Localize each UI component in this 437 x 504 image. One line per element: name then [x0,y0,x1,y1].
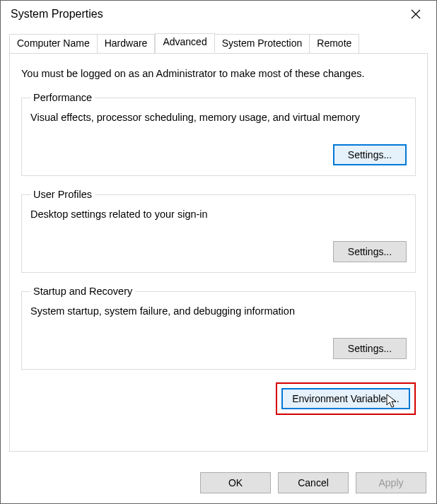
window-title: System Properties [11,8,103,20]
tab-hardware[interactable]: Hardware [98,34,156,54]
user-profiles-desc: Desktop settings related to your sign-in [30,209,407,220]
titlebar: System Properties [1,1,436,28]
performance-group: Performance Visual effects, processor sc… [21,92,416,176]
user-profiles-settings-button[interactable]: Settings... [333,241,407,262]
ok-button[interactable]: OK [200,472,271,493]
env-highlight-box: Environment Variables... [276,382,416,415]
apply-button[interactable]: Apply [356,472,426,493]
tab-advanced[interactable]: Advanced [155,33,214,53]
startup-recovery-group: Startup and Recovery System startup, sys… [21,286,416,370]
performance-desc: Visual effects, processor scheduling, me… [30,112,407,123]
system-properties-window: System Properties Computer Name Hardware… [0,0,437,504]
environment-variables-button[interactable]: Environment Variables... [281,388,410,409]
tab-panel-advanced: You must be logged on as an Administrato… [9,53,428,452]
close-icon [411,9,421,19]
close-button[interactable] [395,1,436,28]
tabstrip: Computer Name Hardware Advanced System P… [9,33,428,53]
performance-settings-button[interactable]: Settings... [333,144,407,165]
cancel-button[interactable]: Cancel [278,472,349,493]
performance-legend: Performance [30,92,95,103]
startup-recovery-settings-button[interactable]: Settings... [333,338,407,359]
tab-system-protection[interactable]: System Protection [215,34,310,54]
tab-remote[interactable]: Remote [310,34,359,54]
env-row: Environment Variables... [21,382,416,415]
admin-info-text: You must be logged on as an Administrato… [21,68,416,79]
dialog-button-bar: OK Cancel Apply [200,472,426,493]
startup-recovery-legend: Startup and Recovery [30,286,135,297]
startup-recovery-desc: System startup, system failure, and debu… [30,305,407,317]
tab-computer-name[interactable]: Computer Name [9,34,98,54]
user-profiles-legend: User Profiles [30,189,95,200]
user-profiles-group: User Profiles Desktop settings related t… [21,189,416,273]
